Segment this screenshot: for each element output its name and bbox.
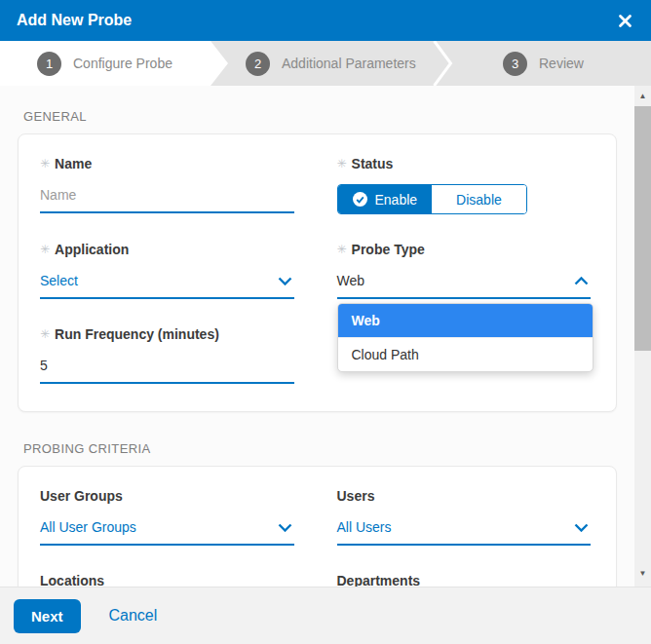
- run-frequency-input[interactable]: [40, 355, 294, 384]
- user-groups-select[interactable]: All User Groups: [40, 516, 294, 546]
- probe-type-select[interactable]: Web: [337, 270, 592, 299]
- status-field: ✳ Status Enable Disable: [337, 156, 592, 214]
- users-select-value: All Users: [337, 519, 392, 535]
- status-field-label: ✳ Status: [337, 156, 592, 171]
- dialog-header: Add New Probe: [0, 0, 651, 41]
- probe-type-field-label: ✳ Probe Type: [337, 242, 592, 257]
- required-asterisk: ✳: [337, 157, 347, 170]
- probe-type-dropdown: Web Cloud Path: [337, 303, 594, 372]
- locations-label: Locations: [40, 573, 294, 587]
- scrollbar[interactable]: ▲ ▼: [634, 86, 651, 587]
- step-1-label: Configure Probe: [73, 56, 172, 71]
- cancel-button[interactable]: Cancel: [109, 607, 158, 625]
- probe-type-field: ✳ Probe Type Web Web Cloud Path: [337, 242, 592, 299]
- step-review[interactable]: 3 Review: [503, 41, 584, 86]
- dropdown-option-web[interactable]: Web: [338, 304, 594, 337]
- run-frequency-field-label: ✳ Run Frequency (minutes): [40, 326, 294, 342]
- scrollbar-up-arrow[interactable]: ▲: [634, 93, 651, 100]
- application-select-value: Select: [40, 273, 78, 288]
- status-toggle: Enable Disable: [337, 184, 527, 214]
- scrollbar-thumb[interactable]: [634, 106, 651, 351]
- user-groups-select-value: All User Groups: [40, 519, 136, 535]
- scrollbar-down-arrow[interactable]: ▼: [634, 570, 651, 578]
- chevron-down-icon: [278, 277, 292, 285]
- step-additional-parameters[interactable]: 2 Additional Parameters: [246, 41, 416, 86]
- required-asterisk: ✳: [40, 243, 50, 256]
- application-field-label: ✳ Application: [40, 242, 294, 257]
- check-circle-icon: [353, 192, 367, 207]
- probe-type-select-value: Web: [337, 273, 365, 288]
- probing-criteria-card: User Groups All User Groups Users: [18, 466, 617, 587]
- status-disable-option[interactable]: Disable: [432, 185, 526, 213]
- name-field-label: ✳ Name: [40, 156, 294, 171]
- users-field: Users All Users: [337, 488, 592, 546]
- step-3-number: 3: [503, 52, 527, 76]
- departments-label: Departments: [337, 573, 592, 587]
- step-configure-probe[interactable]: 1 Configure Probe: [37, 41, 172, 86]
- wizard-stepper: 1 Configure Probe 2 Additional Parameter…: [0, 41, 651, 86]
- locations-field: Locations: [40, 573, 294, 587]
- required-asterisk: ✳: [40, 327, 50, 341]
- dialog-title: Add New Probe: [17, 12, 132, 29]
- next-button[interactable]: Next: [14, 599, 81, 633]
- status-enable-option[interactable]: Enable: [338, 185, 433, 213]
- step-separator-chevron: [433, 41, 454, 90]
- chevron-down-icon: [574, 523, 589, 532]
- step-1-number: 1: [37, 52, 61, 76]
- users-field-label: Users: [337, 488, 592, 504]
- application-field: ✳ Application Select: [40, 242, 294, 299]
- user-groups-field: User Groups All User Groups: [40, 488, 294, 546]
- step-2-label: Additional Parameters: [282, 56, 416, 71]
- section-title-probing-criteria: PROBING CRITERIA: [23, 441, 617, 456]
- content-scroll-area: GENERAL ✳ Name ✳ Status: [0, 86, 651, 587]
- application-select[interactable]: Select: [40, 270, 294, 299]
- general-card: ✳ Name ✳ Status Enable: [18, 133, 617, 412]
- step-3-label: Review: [539, 56, 584, 71]
- user-groups-field-label: User Groups: [40, 488, 294, 504]
- step-2-number: 2: [246, 52, 270, 76]
- close-icon: [618, 14, 632, 28]
- dropdown-option-cloud-path[interactable]: Cloud Path: [338, 337, 594, 371]
- run-frequency-field: ✳ Run Frequency (minutes): [40, 326, 294, 384]
- close-button[interactable]: [616, 12, 634, 30]
- add-new-probe-dialog: Add New Probe 1 Configure Probe 2 Additi…: [0, 0, 651, 644]
- required-asterisk: ✳: [337, 243, 347, 256]
- section-title-general: GENERAL: [23, 109, 617, 124]
- chevron-up-icon: [574, 277, 589, 285]
- departments-field: Departments: [337, 573, 592, 587]
- chevron-down-icon: [278, 523, 292, 532]
- name-field: ✳ Name: [40, 156, 294, 214]
- dialog-footer: Next Cancel: [0, 587, 651, 644]
- users-select[interactable]: All Users: [337, 516, 592, 546]
- name-input[interactable]: [40, 184, 294, 213]
- required-asterisk: ✳: [40, 157, 50, 170]
